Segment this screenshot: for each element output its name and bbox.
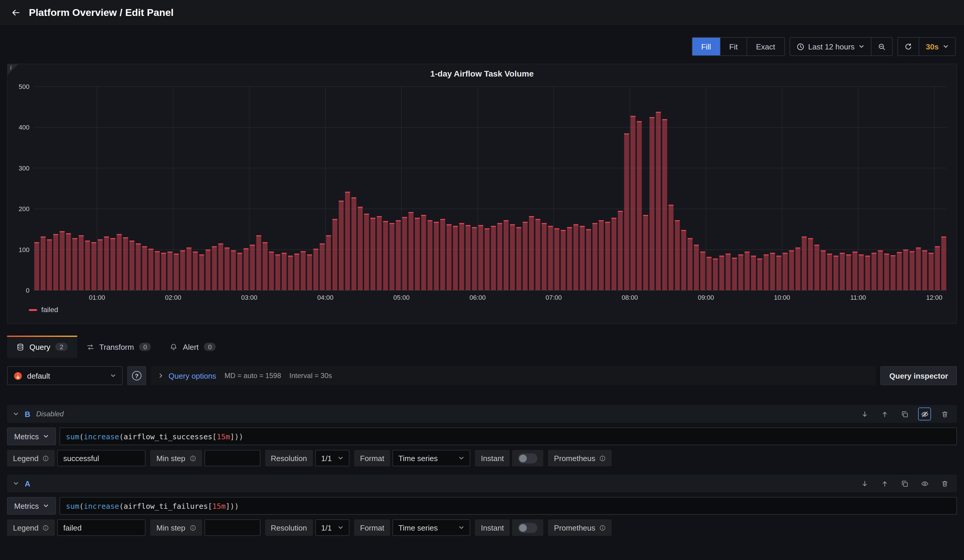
svg-text:400: 400 xyxy=(19,124,29,131)
instant-field-label: Instant xyxy=(475,519,510,536)
max-data-points-text: MD = auto = 1598 xyxy=(225,372,281,380)
info-icon[interactable] xyxy=(43,524,49,531)
chevron-down-icon xyxy=(110,373,116,379)
promql-expression-input[interactable]: sum(increase(airflow_ti_failures[15m])) xyxy=(60,497,957,515)
chevron-down-icon xyxy=(43,433,49,439)
info-icon[interactable] xyxy=(189,455,196,461)
svg-text:03:00: 03:00 xyxy=(241,294,257,301)
chevron-down-icon xyxy=(338,525,344,531)
transform-icon xyxy=(86,343,94,351)
svg-text:07:00: 07:00 xyxy=(546,294,562,301)
tab-alert-label: Alert xyxy=(183,342,199,351)
query-disabled-badge: Disabled xyxy=(36,410,64,418)
duplicate-query-button[interactable] xyxy=(898,407,911,420)
tab-transform-label: Transform xyxy=(99,342,134,351)
query-a-options-row: Legend Min step Resolution xyxy=(7,519,957,536)
legend-label-failed[interactable]: failed xyxy=(41,306,58,314)
svg-text:04:00: 04:00 xyxy=(317,294,334,301)
query-options-strip: Query options MD = auto = 1598 Interval … xyxy=(151,366,876,385)
zoom-out-icon xyxy=(878,43,886,50)
info-icon[interactable] xyxy=(599,524,606,531)
query-b-options-row: Legend Min step Resolution xyxy=(7,450,957,466)
min-step-input[interactable] xyxy=(204,450,260,466)
metrics-browser-button[interactable]: Metrics xyxy=(7,427,56,445)
angle-right-icon xyxy=(158,373,164,379)
datasource-picker[interactable]: default xyxy=(7,366,122,385)
duplicate-query-button[interactable] xyxy=(898,477,911,490)
datasource-help-button[interactable]: ? xyxy=(127,366,146,385)
refresh-icon xyxy=(905,43,912,50)
tab-query-count: 2 xyxy=(56,343,67,351)
page-header: Platform Overview / Edit Panel xyxy=(0,0,964,26)
format-select[interactable]: Time series xyxy=(392,519,470,536)
query-b-actions xyxy=(858,407,951,420)
view-mode-exact-button[interactable]: Exact xyxy=(747,38,784,55)
metrics-browser-button[interactable]: Metrics xyxy=(7,497,56,515)
svg-text:09:00: 09:00 xyxy=(698,294,714,301)
move-query-up-button[interactable] xyxy=(878,477,891,490)
promql-expression-input[interactable]: sum(increase(airflow_ti_successes[15m])) xyxy=(60,427,957,445)
refresh-button[interactable] xyxy=(898,38,919,55)
toggle-knob xyxy=(518,453,537,463)
min-step-input[interactable] xyxy=(204,519,260,536)
airflow-task-volume-chart[interactable]: 010020030040050001:0002:0003:0004:0005:0… xyxy=(12,82,952,303)
query-a-header[interactable]: A xyxy=(7,475,957,492)
legend-input[interactable] xyxy=(57,450,146,466)
back-arrow-icon xyxy=(11,8,20,17)
legend-input[interactable] xyxy=(57,519,146,536)
query-options-label: Query options xyxy=(169,371,216,380)
instant-toggle[interactable] xyxy=(512,450,543,466)
resolution-select[interactable]: 1/1 xyxy=(315,450,349,466)
toggle-knob xyxy=(518,523,537,532)
query-options-toggle[interactable]: Query options xyxy=(158,371,216,380)
database-icon xyxy=(16,343,24,351)
view-mode-fit-button[interactable]: Fit xyxy=(720,38,747,55)
move-query-down-button[interactable] xyxy=(858,407,871,420)
time-range-label: Last 12 hours xyxy=(808,42,855,51)
refresh-interval-picker[interactable]: 30s xyxy=(919,38,955,55)
svg-text:0: 0 xyxy=(26,287,29,294)
toggle-query-visibility-button[interactable] xyxy=(918,477,931,490)
chevron-down-icon xyxy=(859,44,865,49)
chevron-down-icon xyxy=(943,44,949,49)
info-icon[interactable] xyxy=(189,524,196,531)
query-ref-id: A xyxy=(25,479,30,488)
tab-query[interactable]: Query 2 xyxy=(7,336,77,358)
chevron-down-icon xyxy=(458,525,464,531)
back-button[interactable] xyxy=(11,8,20,17)
query-b-editor-row: Metrics sum(increase(airflow_ti_successe… xyxy=(7,427,957,445)
collapse-toggle[interactable] xyxy=(13,411,19,417)
instant-toggle[interactable] xyxy=(512,519,543,536)
format-select[interactable]: Time series xyxy=(392,450,470,466)
move-query-down-button[interactable] xyxy=(858,477,871,490)
panel-info-corner[interactable] xyxy=(8,64,18,75)
zoom-out-button[interactable] xyxy=(871,38,892,55)
info-icon[interactable] xyxy=(43,455,49,461)
query-inspector-button[interactable]: Query inspector xyxy=(881,366,957,385)
panel-title: 1-day Airflow Task Volume xyxy=(8,69,956,78)
editor-tabs: Query 2 Transform 0 Alert 0 xyxy=(0,324,964,358)
tab-alert[interactable]: Alert 0 xyxy=(161,336,225,358)
svg-text:02:00: 02:00 xyxy=(165,294,181,301)
page-title: Platform Overview / Edit Panel xyxy=(29,7,174,19)
delete-query-button[interactable] xyxy=(938,407,951,420)
view-mode-group: Fill Fit Exact xyxy=(692,37,785,56)
view-mode-fill-button[interactable]: Fill xyxy=(692,38,720,55)
toggle-query-visibility-button[interactable] xyxy=(918,407,931,420)
svg-text:12:00: 12:00 xyxy=(926,294,942,301)
collapse-toggle[interactable] xyxy=(13,480,19,486)
datasource-name: default xyxy=(27,371,106,380)
query-a-editor-row: Metrics sum(increase(airflow_ti_failures… xyxy=(7,497,957,515)
tab-transform[interactable]: Transform 0 xyxy=(77,336,161,358)
query-b-header[interactable]: B Disabled xyxy=(7,405,957,423)
interval-text: Interval = 30s xyxy=(289,372,332,380)
delete-query-button[interactable] xyxy=(938,477,951,490)
info-icon[interactable] xyxy=(599,455,606,461)
move-query-up-button[interactable] xyxy=(878,407,891,420)
resolution-select[interactable]: 1/1 xyxy=(315,519,349,536)
svg-text:06:00: 06:00 xyxy=(469,294,485,301)
time-range-picker[interactable]: Last 12 hours xyxy=(790,38,871,55)
chevron-down-icon xyxy=(13,480,19,486)
svg-text:08:00: 08:00 xyxy=(622,294,638,301)
legend-field-label: Legend xyxy=(7,519,55,536)
